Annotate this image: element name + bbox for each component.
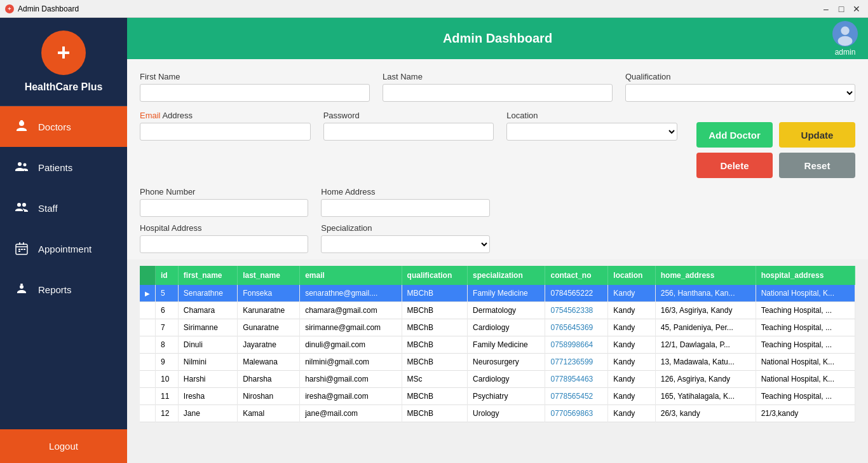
table-row[interactable]: 7SirimanneGunaratnesirimanne@gmail.comMB… [140,319,855,336]
table-row[interactable]: 11IreshaNiroshaniresha@gmail.comMBChBPsy… [140,388,855,405]
cell-email: iresha@gmail.com [300,388,402,405]
form-row-2: Email Address Password Location [140,111,855,178]
title-bar-left: + Admin Dashboard [5,4,79,13]
phone-group: Phone Number [140,187,308,217]
top-buttons: Add Doctor Update Delete Reset [696,111,855,178]
sidebar-item-doctors[interactable]: Doctors [0,106,127,147]
email-group: Email Address [140,111,311,178]
cell-qualification: MBChB [402,354,467,371]
sidebar-item-staff[interactable]: Staff [0,188,127,228]
doctors-label: Doctors [38,121,71,132]
table-header: id first_name last_name email qualificat… [140,266,855,285]
maximize-button[interactable]: □ [835,3,848,15]
update-button[interactable]: Update [779,122,855,148]
cell-id: 12 [156,405,179,422]
first-name-group: First Name [140,72,370,102]
first-name-input[interactable] [140,84,370,102]
cell-location: Kandy [608,285,655,302]
row-arrow [140,371,156,388]
cell-location: Kandy [608,405,655,422]
staff-label: Staff [38,203,58,214]
row-arrow [140,354,156,371]
table-row[interactable]: 6ChamaraKarunaratnechamara@gmail.comMBCh… [140,302,855,319]
sidebar-item-appointment[interactable]: Appointment [0,228,127,269]
cell-qualification: MBChB [402,319,467,336]
row-arrow [140,405,156,422]
doctors-table: id first_name last_name email qualificat… [140,266,855,422]
row-arrow [140,388,156,405]
spacer4 [690,223,855,253]
sidebar-item-patients[interactable]: Patients [0,147,127,188]
password-input[interactable] [323,123,494,141]
table-row[interactable]: ▶5SenarathneFonsekasenarathne@gmail....M… [140,285,855,302]
last-name-input[interactable] [383,84,613,102]
cell-hospital_address: Teaching Hospital, ... [756,388,855,405]
cell-first_name: Harshi [178,371,237,388]
cell-home_address: 165, Yatihalagala, K... [655,388,756,405]
cell-id: 11 [156,388,179,405]
logo-circle: + [41,31,86,75]
cell-first_name: Jane [178,405,237,422]
phone-input[interactable] [140,199,308,217]
table-row[interactable]: 9NilminiMalewananilmini@gmail.comMBChBNe… [140,354,855,371]
svg-rect-8 [23,242,24,245]
sidebar-logo: + HealthCare Plus [0,18,127,106]
table-row[interactable]: 8DinuliJayaratnedinuli@gmail.comMBChBFam… [140,336,855,354]
table-body: ▶5SenarathneFonsekasenarathne@gmail....M… [140,285,855,422]
cell-id: 5 [156,285,179,302]
cell-first_name: Chamara [178,302,237,319]
cell-last_name: Malewana [238,354,300,371]
qualification-select[interactable]: MBChB MSc MD MBBS [625,84,855,102]
hospital-address-input[interactable] [140,235,308,253]
col-location: location [608,266,655,285]
location-select[interactable]: Kandy Colombo Galle [506,123,677,141]
svg-rect-1 [20,120,23,121]
qualification-group: Qualification MBChB MSc MD MBBS [625,72,855,102]
specialization-select[interactable]: Family Medicine Dermatology Cardiology N… [321,235,489,253]
cell-hospital_address: Teaching Hospital, ... [756,319,855,336]
patients-label: Patients [38,162,72,173]
reports-icon [13,280,31,298]
cell-email: sirimanne@gmail.com [300,319,402,336]
cell-email: harshi@gmail.com [300,371,402,388]
cell-home_address: 45, Panideniya, Per... [655,319,756,336]
email-input[interactable] [140,123,311,141]
cell-home_address: 256, Hanthana, Kan... [655,285,756,302]
cell-contact_no: 0770569863 [545,405,608,422]
delete-button[interactable]: Delete [696,153,773,178]
table-area: id first_name last_name email qualificat… [127,259,868,463]
cell-id: 8 [156,336,179,354]
svg-point-0 [19,121,24,126]
svg-point-17 [838,36,853,45]
specialization-group: Specialization Family Medicine Dermatolo… [321,223,489,253]
svg-rect-14 [20,284,23,285]
cell-home_address: 13, Madawala, Katu... [655,354,756,371]
cell-location: Kandy [608,354,655,371]
user-profile[interactable]: admin [832,21,858,57]
svg-point-2 [18,162,22,166]
add-doctor-button[interactable]: Add Doctor [696,122,773,148]
cell-specialization: Psychiatry [468,388,545,405]
minimize-button[interactable]: – [820,3,832,15]
appointment-label: Appointment [38,244,92,254]
home-address-label: Home Address [321,187,489,197]
title-bar-controls[interactable]: – □ ✕ [820,3,863,15]
col-email: email [300,266,402,285]
logout-button[interactable]: Logout [0,429,127,463]
email-label: Email Address [140,111,311,120]
sidebar-item-reports[interactable]: Reports [0,269,127,310]
col-arrow [140,266,156,285]
row-arrow [140,319,156,336]
cell-last_name: Kamal [238,405,300,422]
svg-point-16 [841,26,849,34]
table-row[interactable]: 10HarshiDharshaharshi@gmail.comMScCardio… [140,371,855,388]
cell-location: Kandy [608,388,655,405]
reset-button[interactable]: Reset [779,153,855,178]
close-button[interactable]: ✕ [850,3,863,15]
home-address-input[interactable] [321,199,489,217]
col-id: id [156,266,179,285]
btn-row-bottom: Delete Reset [696,153,855,178]
patients-icon [13,158,31,176]
cell-last_name: Fonseka [238,285,300,302]
table-row[interactable]: 12JaneKamaljane@mail.comMBChBUrology0770… [140,405,855,422]
